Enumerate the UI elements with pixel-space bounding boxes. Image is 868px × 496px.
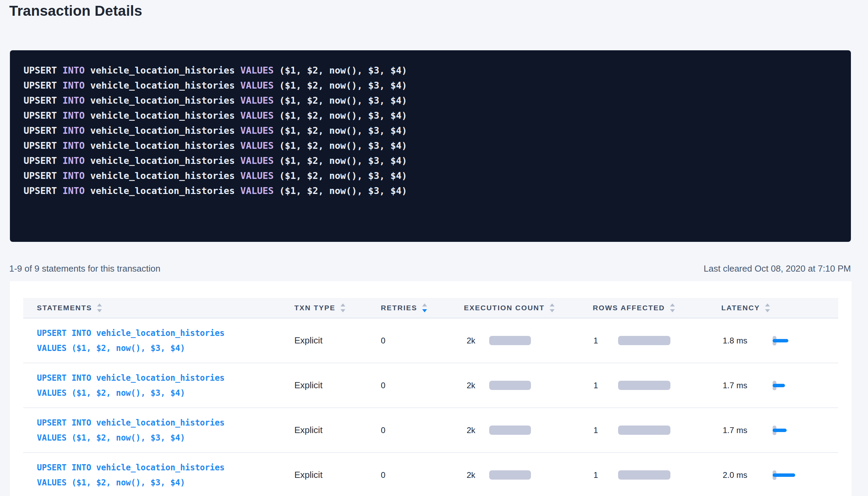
column-header-label: EXECUTION COUNT (464, 304, 545, 312)
statement-table-row: UPSERT INTO vehicle_location_histories V… (23, 453, 838, 496)
sql-text: vehicle_location_histories (85, 65, 240, 76)
latency-value: 1.8 ms (721, 336, 773, 345)
sql-text: vehicle_location_histories (85, 140, 240, 151)
column-header-label: RETRIES (381, 304, 417, 312)
sql-keyword: INTO (63, 110, 85, 121)
rows-affected-cell: 1 (593, 381, 721, 390)
column-header-retries[interactable]: RETRIES (381, 303, 464, 312)
sql-keyword: INTO (63, 155, 85, 166)
retries-value: 0 (381, 426, 385, 435)
sql-text: UPSERT (24, 140, 63, 151)
statement-cell: UPSERT INTO vehicle_location_histories V… (23, 460, 294, 490)
sql-statement-line: UPSERT INTO vehicle_location_histories V… (24, 183, 837, 198)
latency-bar (773, 429, 787, 432)
table-status-row: 1-9 of 9 statements for this transaction… (9, 263, 851, 274)
statement-link-line2[interactable]: VALUES ($1, $2, now(), $3, $4) (37, 430, 294, 445)
sql-keyword: INTO (63, 65, 85, 76)
sort-ascending-icon (97, 303, 102, 306)
last-cleared-text: Last cleared Oct 08, 2020 at 7:10 PM (704, 263, 851, 274)
column-header-txn-type[interactable]: TXN TYPE (294, 303, 381, 312)
sql-text: vehicle_location_histories (85, 110, 240, 121)
execution-count-bar (489, 470, 531, 480)
latency-cell: 2.0 ms (721, 468, 838, 483)
sort-carets (550, 303, 555, 312)
execution-count-cell: 2k (464, 381, 593, 390)
rows-affected-cell: 1 (593, 426, 721, 435)
txn-type-cell: Explicit (294, 425, 381, 435)
sql-keyword: INTO (63, 125, 85, 136)
sql-text: vehicle_location_histories (85, 155, 240, 166)
execution-count-value: 2k (464, 381, 489, 390)
sql-text: vehicle_location_histories (85, 80, 240, 91)
sql-keyword: VALUES (240, 125, 274, 136)
sql-keyword: VALUES (240, 155, 274, 166)
statement-link-line2[interactable]: VALUES ($1, $2, now(), $3, $4) (37, 475, 294, 490)
txn-type-value: Explicit (294, 335, 322, 345)
statement-cell: UPSERT INTO vehicle_location_histories V… (23, 326, 294, 356)
sort-carets (97, 303, 102, 312)
statements-table-card: STATEMENTS TXN TYPE RETRIES EXECUTION CO… (10, 281, 852, 496)
column-header-statements[interactable]: STATEMENTS (23, 303, 294, 312)
sql-keyword: VALUES (240, 95, 274, 106)
sql-statement-line: UPSERT INTO vehicle_location_histories V… (24, 93, 837, 108)
transaction-sql-box: UPSERT INTO vehicle_location_histories V… (10, 50, 851, 242)
sort-descending-icon (550, 309, 555, 312)
sql-text: ($1, $2, now(), $3, $4) (274, 110, 407, 121)
sql-text: UPSERT (24, 80, 63, 91)
statement-cell: UPSERT INTO vehicle_location_histories V… (23, 370, 294, 401)
sql-text: ($1, $2, now(), $3, $4) (274, 185, 407, 196)
sql-text: ($1, $2, now(), $3, $4) (274, 155, 407, 166)
txn-type-cell: Explicit (294, 470, 381, 480)
latency-cell: 1.7 ms (721, 423, 838, 438)
sort-descending-icon (97, 309, 102, 312)
retries-cell: 0 (381, 381, 464, 390)
sql-keyword: INTO (63, 185, 85, 196)
table-header-row: STATEMENTS TXN TYPE RETRIES EXECUTION CO… (23, 298, 838, 318)
sql-keyword: INTO (63, 95, 85, 106)
rows-affected-bar (618, 336, 670, 345)
txn-type-value: Explicit (294, 380, 322, 390)
sql-keyword: INTO (63, 80, 85, 91)
latency-bar-chart (773, 378, 803, 393)
statement-link-line1[interactable]: UPSERT INTO vehicle_location_histories (37, 415, 294, 430)
sort-ascending-icon (765, 303, 770, 306)
latency-bar (773, 473, 795, 477)
retries-cell: 0 (381, 470, 464, 480)
column-header-execution-count[interactable]: EXECUTION COUNT (464, 303, 593, 312)
latency-value: 1.7 ms (721, 381, 773, 390)
statement-link-line1[interactable]: UPSERT INTO vehicle_location_histories (37, 460, 294, 475)
statement-table-row: UPSERT INTO vehicle_location_histories V… (23, 408, 838, 453)
sql-statement-line: UPSERT INTO vehicle_location_histories V… (24, 153, 837, 168)
column-header-label: LATENCY (721, 304, 760, 312)
sql-text: ($1, $2, now(), $3, $4) (274, 65, 407, 76)
latency-bar (773, 384, 785, 387)
column-header-latency[interactable]: LATENCY (721, 303, 838, 312)
statement-table-row: UPSERT INTO vehicle_location_histories V… (23, 363, 838, 408)
rows-affected-bar (618, 381, 670, 390)
sql-statement-line: UPSERT INTO vehicle_location_histories V… (24, 78, 837, 93)
statement-link-line2[interactable]: VALUES ($1, $2, now(), $3, $4) (37, 386, 294, 401)
txn-type-cell: Explicit (294, 380, 381, 391)
sql-keyword: VALUES (240, 185, 274, 196)
column-header-rows-affected[interactable]: ROWS AFFECTED (593, 303, 721, 312)
sql-keyword: VALUES (240, 110, 274, 121)
sql-keyword: VALUES (240, 140, 274, 151)
statement-link-line1[interactable]: UPSERT INTO vehicle_location_histories (37, 370, 294, 386)
sort-descending-icon (340, 309, 345, 312)
statement-link-line2[interactable]: VALUES ($1, $2, now(), $3, $4) (37, 341, 294, 356)
retries-cell: 0 (381, 426, 464, 435)
sql-text: UPSERT (24, 185, 63, 196)
sql-text: vehicle_location_histories (85, 170, 240, 181)
latency-value: 2.0 ms (721, 470, 773, 480)
txn-type-cell: Explicit (294, 335, 381, 346)
column-header-label: ROWS AFFECTED (593, 304, 665, 312)
statement-cell: UPSERT INTO vehicle_location_histories V… (23, 415, 294, 445)
retries-cell: 0 (381, 336, 464, 345)
statement-link-line1[interactable]: UPSERT INTO vehicle_location_histories (37, 326, 294, 341)
rows-affected-value: 1 (593, 381, 618, 390)
sql-text: UPSERT (24, 170, 63, 181)
txn-type-value: Explicit (294, 470, 322, 480)
latency-value: 1.7 ms (721, 426, 773, 435)
execution-count-cell: 2k (464, 426, 593, 435)
rows-affected-value: 1 (593, 470, 618, 480)
